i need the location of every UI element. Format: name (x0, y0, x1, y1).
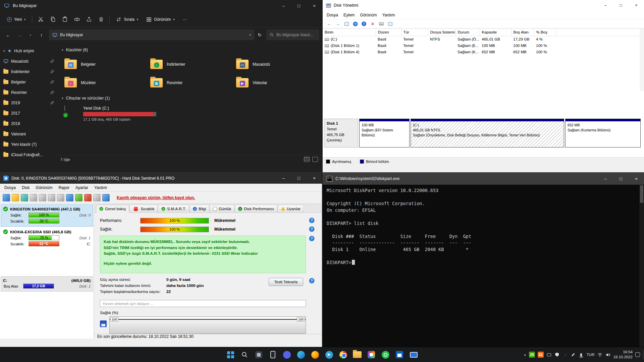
close-button[interactable]: × (629, 0, 644, 11)
volume-icon[interactable] (605, 352, 610, 357)
comment-input[interactable] (100, 300, 306, 307)
store-button[interactable] (393, 348, 406, 361)
disk-test-icon[interactable] (48, 194, 55, 201)
refresh-icon[interactable] (3, 194, 10, 201)
help-icon[interactable] (309, 278, 315, 284)
sidebar-item-valorant[interactable]: Valorant (0, 129, 56, 139)
tab-smart[interactable]: S.M.A.R.T. (158, 205, 189, 213)
disk1-label-panel[interactable]: Disk 1 Temel 465,75 GB Çevrimiçi (324, 119, 358, 147)
scrollbar[interactable] (639, 185, 644, 347)
network-icon[interactable] (597, 352, 602, 357)
sidebar-item-icloud-photos[interactable]: iCloud Fotoğrafl... (0, 149, 56, 160)
local-disk-c-item[interactable]: ✓ Yerel Disk (C:) 17,1 GB boş, 465 GB to… (62, 105, 176, 123)
tray-badge-green[interactable]: 29 (529, 352, 535, 358)
scrollbar-thumb[interactable] (640, 185, 643, 203)
menu-report[interactable]: Rapor (55, 184, 72, 191)
col-volume[interactable]: Birim (323, 29, 376, 36)
help-icon[interactable] (102, 194, 110, 201)
scrollbar[interactable] (640, 29, 644, 91)
phone-link-button[interactable] (266, 348, 279, 361)
security-tray-icon[interactable] (554, 352, 560, 357)
folder-tile-videos[interactable]: ▶ Videolar (233, 73, 318, 92)
col-pct-free[interactable]: % Boş (534, 29, 556, 36)
disk-icon[interactable] (30, 194, 37, 201)
col-filesystem[interactable]: Dosya Sistemi (428, 29, 455, 36)
menu-action[interactable]: Eylem (341, 12, 357, 18)
folder-tile-documents[interactable]: ▤ Belgeler (62, 55, 146, 73)
menu-file[interactable]: Dosya (324, 12, 341, 18)
disk-list-item-kingston[interactable]: KINGSTON SA400S37480G (447,1 GB) Sağlık:… (1, 204, 93, 227)
col-free[interactable]: Boş Alan (511, 29, 534, 36)
menu-help[interactable]: Yardım (91, 184, 110, 191)
clock[interactable]: 16:54 18.10.2022 (613, 350, 633, 360)
save-chart-icon[interactable] (100, 320, 107, 327)
menu-settings[interactable]: Ayarlar (72, 184, 91, 191)
start-button[interactable] (224, 348, 237, 361)
maximize-button[interactable]: □ (291, 0, 307, 11)
globe-icon[interactable] (66, 194, 73, 201)
edge-button[interactable] (294, 348, 308, 361)
temperature-icon[interactable] (84, 194, 92, 201)
photos-button[interactable] (365, 348, 378, 361)
partition-c-selected[interactable]: (C:) 465,01 GB NTFS Sağlam (Önyükleme, D… (411, 119, 564, 147)
share-button[interactable] (83, 14, 95, 25)
folder-tile-pictures[interactable]: ▦ Resimler (148, 73, 232, 92)
menu-view[interactable]: Görünüm (33, 184, 55, 191)
folder-tile-desktop[interactable]: ▭ Masaüstü (233, 55, 318, 73)
folder-tile-downloads[interactable]: ↓ İndirilenler (148, 55, 232, 73)
close-button[interactable]: × (629, 173, 644, 185)
tab-log[interactable]: Günlük (210, 205, 234, 213)
task-view-button[interactable] (252, 348, 265, 361)
details-view-icon[interactable] (304, 157, 310, 162)
hidden-icons-chevron[interactable]: ∧ (524, 353, 526, 357)
menu-file[interactable]: Dosya (1, 184, 19, 191)
sidebar-item-2019[interactable]: 2019 (0, 98, 56, 108)
disk-surface-icon[interactable] (39, 194, 46, 201)
help-icon[interactable] (352, 20, 359, 27)
folder-tile-music[interactable]: ♪ Müzikler (62, 73, 146, 92)
copy-button[interactable] (47, 14, 58, 25)
sidebar-item-2017[interactable]: 2017 (0, 108, 56, 118)
whatsapp-button[interactable] (379, 348, 392, 361)
microphone-tray-icon[interactable] (579, 352, 584, 357)
notification-center-icon[interactable] (635, 352, 640, 357)
pen-tray-icon[interactable] (571, 352, 576, 357)
col-status[interactable]: Durum (455, 29, 480, 36)
paste-button[interactable] (59, 14, 70, 25)
recent-locations-button[interactable]: ▾ (25, 29, 36, 41)
minimize-button[interactable]: – (276, 0, 291, 11)
minimize-button[interactable]: – (276, 173, 291, 184)
new-button[interactable]: + Yeni ▾ (3, 15, 29, 24)
volume-row-recovery[interactable]: (Disk 1 Bölüm 4) Basit Temel Sağlam (K..… (323, 49, 644, 55)
breadcrumb[interactable]: Bu bilgisayar (60, 33, 83, 37)
folders-section-header[interactable]: ▾ Klasörler (6) (62, 46, 322, 54)
sidebar-item-pictures[interactable]: Resimler (0, 87, 56, 98)
download-tray-icon[interactable]: ↓ (562, 352, 568, 357)
col-capacity[interactable]: Kapasite (480, 29, 511, 36)
maximize-button[interactable]: □ (291, 173, 307, 184)
properties-icon[interactable] (386, 20, 394, 27)
col-layout[interactable]: Düzen (376, 29, 401, 36)
close-button[interactable]: × (307, 0, 322, 11)
volume-list-item-c[interactable]: C: (465,0 GB) Boş Alan 17,2 GB Disk: 1 (1, 276, 93, 292)
more-options-button[interactable]: ··· (179, 15, 191, 24)
partition-efi[interactable]: 100 MB Sağlam (EFI Sistem Bölümü) (359, 119, 410, 147)
help-icon[interactable] (309, 236, 315, 241)
forward-button[interactable]: → (14, 29, 25, 41)
tray-badge-orange[interactable]: 52 (538, 352, 544, 358)
alert-icon[interactable] (12, 194, 19, 201)
system-monitor-button[interactable] (407, 348, 420, 361)
sidebar-item-2018[interactable]: 2018 (0, 118, 56, 129)
language-indicator[interactable]: TUR (587, 353, 595, 357)
tab-alerts[interactable]: Uyarılar (278, 205, 304, 213)
info-icon[interactable]: i (360, 20, 368, 27)
volume-table-header[interactable]: Birim Düzen Tür Dosya Sistemi Durum Kapa… (323, 29, 644, 36)
performance-icon[interactable] (75, 194, 83, 201)
sidebar-item-downloads[interactable]: İndirilenler (0, 66, 56, 77)
tab-information[interactable]: i Bilgi (190, 205, 209, 213)
minimize-button[interactable]: – (598, 173, 613, 185)
delete-volume-icon[interactable]: ✕ (369, 20, 376, 27)
menu-view[interactable]: Görünüm (357, 12, 379, 18)
close-button[interactable]: × (307, 173, 322, 184)
telegram-button[interactable] (322, 348, 336, 361)
